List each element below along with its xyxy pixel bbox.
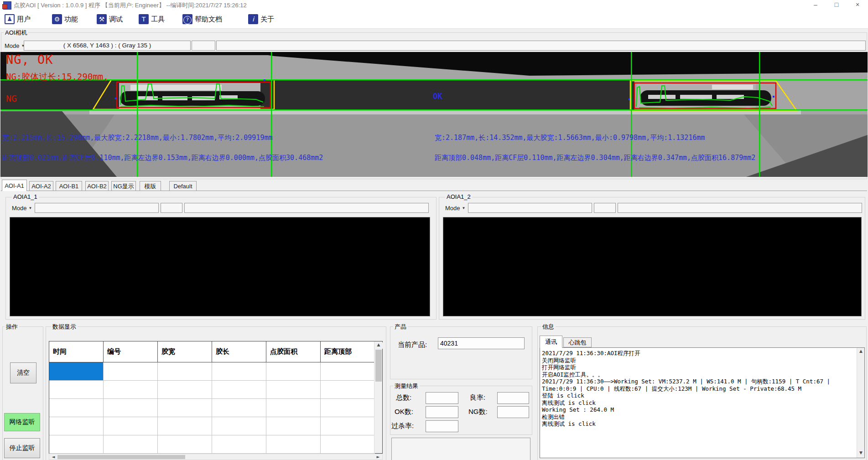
camera-image[interactable]: NG, OK NG:胶体过长:15.290mm, NG OK 宽:2.215mm… <box>0 52 868 177</box>
scroll-down-icon[interactable]: ▼ <box>857 450 865 457</box>
panel2-mode-dropdown[interactable]: Mode ▼ <box>443 203 467 213</box>
col-header-glue-length[interactable]: 胶长 <box>212 341 266 362</box>
log-line: 打开网络监听 <box>540 364 864 371</box>
window-title: 点胶AOI [ Version : 1.0.0.9 ] 程序 【当前用户: En… <box>14 1 247 10</box>
panel2-image-canvas[interactable] <box>443 217 862 316</box>
wrench-icon: ⚒ <box>97 14 107 24</box>
camera-mode-box-3[interactable] <box>216 41 866 51</box>
panel1-mode-box-1[interactable] <box>35 203 159 213</box>
camera-mode-dropdown[interactable]: Mode ▼ <box>3 41 26 51</box>
chevron-down-icon: ▼ <box>462 206 466 210</box>
close-button[interactable]: × <box>847 0 868 10</box>
panel2-mode-box-3[interactable] <box>618 203 862 213</box>
stop-listen-button[interactable]: 停止监听 <box>4 438 40 458</box>
current-product-label: 当前产品: <box>398 341 427 349</box>
operations-group-label: 操作 <box>5 323 19 331</box>
log-line: Time:0:0:9 | CPU:0 | 线程数:67 | 提交大小:123M … <box>540 385 864 393</box>
info-group-label: 信息 <box>541 323 556 331</box>
scroll-up-icon[interactable]: ▲ <box>374 342 383 349</box>
table-row[interactable] <box>49 381 375 399</box>
tab-aoi-a2[interactable]: AOI-A2 <box>29 181 53 191</box>
tab-aoi-b2[interactable]: AOI-B2 <box>85 181 109 191</box>
total-value-box <box>426 392 458 404</box>
panel1-mode-dropdown[interactable]: Mode ▼ <box>10 203 34 213</box>
log-line: 检测出错 <box>540 413 864 421</box>
tab-aoi-a1[interactable]: AOI-A1 <box>2 180 27 191</box>
panel1-image-canvas[interactable] <box>10 217 430 316</box>
clear-button[interactable]: 清空 <box>10 362 36 383</box>
table-vertical-scrollbar[interactable]: ▲ <box>374 341 382 453</box>
scroll-right-icon[interactable]: ► <box>375 455 381 460</box>
log-vertical-scrollbar[interactable]: ▲ ▼ <box>857 348 865 458</box>
ok-count-value-box <box>426 406 458 418</box>
panel1-mode-box-3[interactable] <box>184 203 429 213</box>
ng-count-value-box <box>497 406 529 418</box>
panel1-group-label: AOIA1_1 <box>12 193 39 200</box>
menu-function[interactable]: ⚙ 功能 <box>50 13 80 25</box>
menu-debug[interactable]: ⚒ 调试 <box>95 13 125 25</box>
ok-count-label: OK数: <box>395 408 413 416</box>
product-groupbox <box>390 326 532 379</box>
current-product-input[interactable] <box>438 337 525 349</box>
scroll-thumb[interactable] <box>57 455 185 459</box>
col-header-id[interactable]: 编号 <box>104 341 158 362</box>
tab-aoi-b1[interactable]: AOI-B1 <box>56 181 82 191</box>
table-row[interactable] <box>49 435 375 454</box>
yield-label: 良率: <box>470 393 485 402</box>
network-listen-button[interactable]: 网络监听 <box>4 413 40 431</box>
scroll-thumb[interactable] <box>375 350 382 382</box>
log-line: Working Set : 264.0 M <box>540 406 864 413</box>
maximize-button[interactable]: □ <box>826 0 847 10</box>
panel1-mode-box-2[interactable] <box>161 203 182 213</box>
tab-default[interactable]: Default <box>169 181 197 191</box>
table-row[interactable] <box>49 399 375 417</box>
tab-ng-display[interactable]: NG显示 <box>111 181 136 191</box>
selected-cell[interactable] <box>49 362 104 381</box>
overkill-label: 过杀率: <box>391 422 414 430</box>
right-measure-line1: 宽:2.187mm,长:14.352mm,最大胶宽:1.5663mm,最小:0.… <box>435 134 705 142</box>
col-header-top-distance[interactable]: 距离顶部 <box>321 341 375 362</box>
result-summary-text: NG, OK <box>6 52 53 67</box>
menu-about[interactable]: i 关于 <box>246 13 276 25</box>
menu-user[interactable]: ♟ 用户 <box>3 13 32 25</box>
user-icon: ♟ <box>5 14 15 24</box>
pixel-readout: ( X 6568, Y 1463 ) : ( Gray 135 ) <box>24 41 191 51</box>
minimize-button[interactable]: – <box>805 0 826 10</box>
log-line: 2021/7/29 11:36:30:AOI程序打开 <box>540 350 864 357</box>
scroll-up-icon[interactable]: ▲ <box>857 349 865 355</box>
tab-heartbeat[interactable]: 心跳包 <box>563 337 592 347</box>
tab-template[interactable]: 模版 <box>140 181 161 191</box>
main-toolbar: ♟ 用户 ⚙ 功能 ⚒ 调试 T 工具 ? 帮助文档 i 关于 <box>0 10 868 29</box>
table-row[interactable] <box>49 362 375 381</box>
chevron-down-icon: ▼ <box>29 206 32 210</box>
log-line: 离线测试 is click <box>540 420 864 428</box>
table-header-row: 时间 编号 胶宽 胶长 点胶面积 距离顶部 <box>49 341 375 362</box>
panel2-mode-box-2[interactable] <box>594 203 616 213</box>
panel2-mode-box-1[interactable] <box>468 203 592 213</box>
col-header-glue-area[interactable]: 点胶面积 <box>266 341 321 362</box>
table-row[interactable] <box>49 417 375 435</box>
left-measure-line2: 距离顶部0.021mm,距离CF层0.110mm,距离左边界0.153mm,距离… <box>2 154 323 162</box>
menu-tools[interactable]: T 工具 <box>137 13 166 25</box>
col-header-time[interactable]: 时间 <box>49 341 104 362</box>
overkill-value-box <box>426 420 458 432</box>
camera-mode-box-2[interactable] <box>192 41 215 51</box>
tab-comm[interactable]: 通讯 <box>540 336 562 348</box>
title-bar: 点胶AOI [ Version : 1.0.0.9 ] 程序 【当前用户: En… <box>0 0 868 10</box>
scroll-left-icon[interactable]: ◄ <box>50 455 57 460</box>
log-line: 2021/7/29 11:36:30——>Working Set: VM:523… <box>540 378 864 385</box>
menu-help[interactable]: ? 帮助文档 <box>181 13 224 25</box>
data-table: 时间 编号 胶宽 胶长 点胶面积 距离顶部 <box>49 341 383 454</box>
left-glue-region <box>93 80 274 109</box>
log-line: 开启AOI监控工具。。。 <box>540 371 864 378</box>
left-measure-line1: 宽:2.215mm,长:15.290mm,最大胶宽:2.2218mm,最小:1.… <box>2 134 273 142</box>
ng-reason-text: NG:胶体过长:15.290mm, <box>6 71 109 83</box>
right-flag-text: OK <box>433 92 442 101</box>
right-measure-line2: 距离顶部0.048mm,距离CF层0.110mm,距离左边界0.304mm,距离… <box>435 154 755 162</box>
log-output[interactable]: 2021/7/29 11:36:30:AOI程序打开 关闭网络监听 打开网络监听… <box>540 347 865 458</box>
spare-panel <box>391 438 530 460</box>
yield-value-box <box>497 392 529 404</box>
tools-icon: T <box>139 14 149 24</box>
col-header-glue-width[interactable]: 胶宽 <box>158 341 212 362</box>
table-horizontal-scrollbar[interactable]: ◄ ► <box>49 454 383 460</box>
